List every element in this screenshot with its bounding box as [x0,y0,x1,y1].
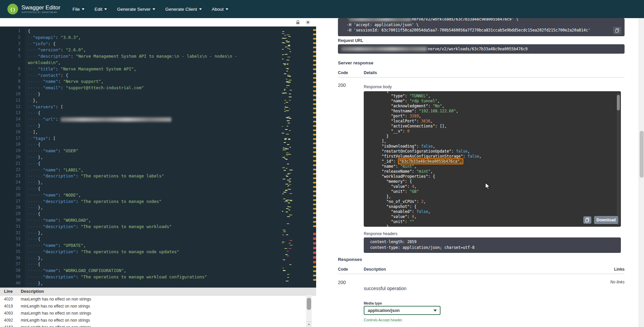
response-body-label: Response body [364,85,392,89]
lock-icon[interactable] [295,20,301,25]
app-title: Swagger Editor [21,5,60,11]
chevron-down-icon [433,310,437,312]
caret-down-icon [199,8,202,10]
response-body-lines: { "type": "TUNNEL", "name": "rdp tunnel"… [368,91,617,227]
menu-generate-server[interactable]: Generate Server [117,7,155,12]
error-row[interactable]: 4093maxLength has no effect on non strin… [0,310,316,317]
caret-down-icon [153,8,155,10]
editor-warning-markers [313,266,316,283]
sun-icon[interactable] [305,20,311,25]
page-scrollbar[interactable] [639,18,644,327]
swagger-ui-pane: 'nerve/v2/workloads/63c7b33a48c9ea0055b4… [316,18,639,327]
app-subtitle: SUPPORTED BY SMARTBEAR [21,11,60,13]
request-url-label: Request URL [338,38,363,43]
code-header: Code [338,70,348,75]
curl-block: 'nerve/v2/workloads/63c7b33a48c9ea0055b4… [338,18,625,36]
response-body-block[interactable]: { "type": "TUNNEL", "name": "rdp tunnel"… [364,91,621,227]
accept-header-hint: Controls Accept header. [364,318,403,322]
redacted-server-url [61,117,171,122]
divider [338,274,625,274]
responses-description-text: successful operation [364,286,407,291]
error-row[interactable]: 4163maxLength has no effect on non strin… [0,324,316,327]
responses-code-header: Code [338,267,348,272]
server-response-title: Server response [338,60,373,65]
download-button[interactable]: Download [594,216,618,224]
response-code: 200 [338,83,346,88]
find-highlight: "63c7b33a48c9ea0055b476ca", [398,158,463,164]
error-panel-scrollbar[interactable]: ▼ [306,295,312,327]
editor-toolbar-strip [0,18,316,26]
responses-no-links: No links [610,280,625,284]
scrollbar-thumb[interactable] [307,298,311,310]
topbar: { } Swagger Editor SUPPORTED BY SMARTBEA… [0,0,644,18]
error-panel-header: Line Description [0,288,316,295]
error-row[interactable]: 4019minLength has no effect on non strin… [0,303,316,310]
media-type-select[interactable]: application/json [364,306,441,315]
responses-description-header: Description [364,267,386,272]
media-type-value: application/json [368,308,400,313]
scrollbar-thumb[interactable] [617,95,620,110]
error-row[interactable]: 4092minLength has no effect on non strin… [0,317,316,324]
error-list: 4020maxLength has no effect on non strin… [0,295,316,327]
error-col-description: Description [21,289,44,294]
editor-warning-markers [313,29,316,230]
error-row[interactable]: 4020maxLength has no effect on non strin… [0,295,316,303]
error-panel: Line Description 4020maxLength has no ef… [0,287,316,327]
responses-code-200: 200 [338,280,346,285]
redacted-host [349,18,411,21]
caret-down-icon [104,8,107,10]
curl-lines: 'nerve/v2/workloads/63c7b33a48c9ea0055b4… [342,18,621,34]
caret-down-icon [226,8,228,10]
response-body-scrollbar[interactable] [617,93,620,225]
response-headers-label: Response headers [364,231,398,236]
menubar: File Edit Generate Server Generate Clien… [72,7,228,12]
divider [338,77,625,77]
swagger-logo-icon: { } [7,4,18,14]
caret-down-icon [82,8,84,10]
media-type-label: Media type [364,301,382,305]
editor-code: {··"openapi": "3.0.3",··"info": {····"ve… [28,29,237,287]
editor-gutter: 1234567891011121314151617181920212223242… [0,29,25,287]
menu-generate-client[interactable]: Generate Client [165,7,202,12]
menu-edit[interactable]: Edit [95,7,107,12]
response-headers-block: content-length: 2859 content-type: appli… [364,237,621,253]
copy-icon[interactable] [613,27,621,34]
code-editor[interactable]: 1234567891011121314151617181920212223242… [0,26,316,287]
scroll-down-arrow-icon[interactable]: ▼ [306,321,312,327]
request-url-bar: nerve/v2/workloads/63c7b33a48c9ea0055b47… [338,44,625,54]
redacted-host [341,47,427,51]
details-header: Details [364,70,377,75]
editor-error-markers [313,233,316,264]
menu-file[interactable]: File [72,7,84,12]
request-url-path: nerve/v2/workloads/63c7b33a48c9ea0055b47… [428,47,528,51]
error-col-line: Line [0,289,21,294]
responses-links-header: Links [614,267,625,272]
responses-title: Responses [338,257,362,262]
scrollbar-thumb[interactable] [640,131,644,178]
menu-about[interactable]: About [212,7,228,12]
brand: Swagger Editor SUPPORTED BY SMARTBEAR [21,5,60,13]
